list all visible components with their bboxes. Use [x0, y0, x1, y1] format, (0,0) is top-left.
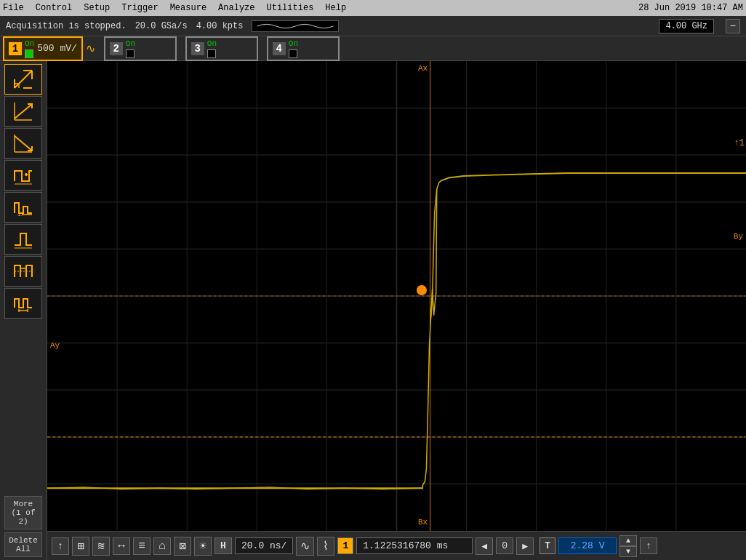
ch2-checkbox[interactable]: [126, 49, 135, 58]
scope-area: Ax Bx Ay By ↑1 ↑ ⊞ ≋ ↔ ≡ ⌂ ⊠ ☀ H 20.0 ns…: [47, 61, 746, 560]
ch1-on-label: On: [25, 39, 34, 48]
intensity-btn[interactable]: ☀: [194, 537, 212, 556]
wave-icon-1[interactable]: ∿: [296, 537, 314, 556]
timebase-label: H: [214, 537, 232, 554]
menu-trigger[interactable]: Trigger: [121, 3, 158, 13]
datetime-display: 28 Jun 2019 10:47 AM: [638, 3, 743, 13]
bx-label: Bx: [418, 518, 428, 527]
tool-arrow[interactable]: [4, 64, 42, 95]
acquire-mode-btn[interactable]: ⊞: [72, 537, 89, 556]
timebase-value: 20.0 ns/: [235, 537, 293, 554]
channel-4-button[interactable]: 4 On: [267, 36, 340, 61]
left-nav-btn[interactable]: ◀: [476, 537, 493, 555]
wave-preview: [252, 20, 339, 32]
grid-svg: [47, 61, 746, 531]
channel-bar: 1 On 500 mV/ ∿ 2 On 3 On 4 On: [0, 36, 746, 61]
menu-analyze[interactable]: Analyze: [218, 3, 254, 13]
menu-measure[interactable]: Measure: [170, 3, 206, 13]
t-marker: ↑1: [734, 138, 745, 148]
wave-icon-2[interactable]: ⌇: [317, 537, 334, 556]
ch3-on-label: On: [207, 39, 217, 48]
ch2-number: 2: [110, 42, 123, 55]
tool-runt[interactable]: 1/: [4, 192, 42, 223]
channel-3-button[interactable]: 3 On: [185, 36, 258, 61]
ch1-checkbox[interactable]: [25, 49, 33, 58]
ax-label: Ax: [418, 64, 428, 73]
ch-indicator: 1: [337, 537, 353, 554]
display-btn[interactable]: ≋: [92, 537, 110, 556]
marker-dot: [417, 285, 427, 295]
ch2-on-label: On: [126, 39, 135, 48]
menu-control[interactable]: Control: [36, 3, 72, 13]
main-layout: 1/: [0, 61, 746, 560]
ch3-number: 3: [191, 42, 204, 55]
ch4-checkbox[interactable]: [289, 49, 297, 58]
tool-transition[interactable]: [4, 256, 42, 287]
ch3-checkbox[interactable]: [207, 49, 216, 58]
menu-file[interactable]: File: [3, 3, 24, 13]
tool-pulse[interactable]: [4, 160, 42, 191]
ch1-wave-icon: ∿: [86, 41, 95, 56]
cursor-btn[interactable]: ⊠: [174, 537, 191, 556]
right-nav-btn[interactable]: ▶: [516, 537, 534, 555]
menu-help[interactable]: Help: [325, 3, 346, 13]
tool-edge[interactable]: [4, 224, 42, 255]
math-btn[interactable]: ≡: [133, 537, 151, 555]
menu-bar: File Control Setup Trigger Measure Analy…: [0, 0, 746, 16]
zoom-btn[interactable]: ↔: [113, 537, 130, 555]
tool-slope-down[interactable]: [4, 128, 42, 159]
time-value-display: 1.1225316780 ms: [356, 537, 473, 554]
value-indicator: 0: [496, 537, 513, 554]
svg-line-0: [15, 71, 32, 88]
ch4-number: 4: [273, 42, 286, 55]
ch4-on-label: On: [289, 39, 298, 48]
svg-line-10: [15, 136, 32, 151]
menu-setup[interactable]: Setup: [84, 3, 110, 13]
ch1-number: 1: [9, 42, 22, 55]
vol-up-btn[interactable]: ▲: [619, 535, 637, 546]
trigger-up-arrow[interactable]: ↑: [640, 537, 657, 554]
channel-1-button[interactable]: 1 On 500 mV/: [3, 36, 83, 61]
acquisition-bar: Acquisition is stopped. 20.0 GSa/s 4.00 …: [0, 16, 746, 36]
acq-memory: 4.00 kpts: [196, 21, 244, 31]
fft-btn[interactable]: ⌂: [153, 537, 171, 555]
left-toolbar: 1/: [0, 61, 47, 560]
bottom-controls: ↑ ⊞ ≋ ↔ ≡ ⌂ ⊠ ☀ H 20.0 ns/ ∿ ⌇ 1 1.12253…: [47, 531, 746, 560]
up-arrow-btn[interactable]: ↑: [52, 537, 69, 555]
vol-down-btn[interactable]: ▼: [619, 546, 637, 557]
voltage-display: 2.28 V: [558, 537, 617, 554]
acq-status: Acquisition is stopped.: [6, 21, 127, 31]
tool-slope-up[interactable]: [4, 96, 42, 127]
frequency-display: 4.00 GHz: [659, 19, 714, 33]
menu-utilities[interactable]: Utilities: [267, 3, 314, 13]
ay-label: Ay: [50, 341, 60, 350]
by-label: By: [734, 232, 743, 241]
grid-container[interactable]: Ax Bx Ay By ↑1: [47, 61, 746, 531]
delete-all-button[interactable]: Delete All: [4, 532, 42, 557]
trigger-section: T 2.28 V ▲ ▼ ↑: [540, 535, 657, 557]
ch1-value: 500 mV/: [37, 43, 77, 54]
more-button[interactable]: More (1 of 2): [4, 496, 42, 529]
channel-2-button[interactable]: 2 On: [104, 36, 177, 61]
trigger-label: T: [540, 537, 556, 554]
tool-delay[interactable]: [4, 288, 42, 319]
acq-rate: 20.0 GSa/s: [135, 21, 188, 31]
svg-line-7: [15, 104, 32, 119]
minimize-button[interactable]: −: [726, 19, 740, 33]
